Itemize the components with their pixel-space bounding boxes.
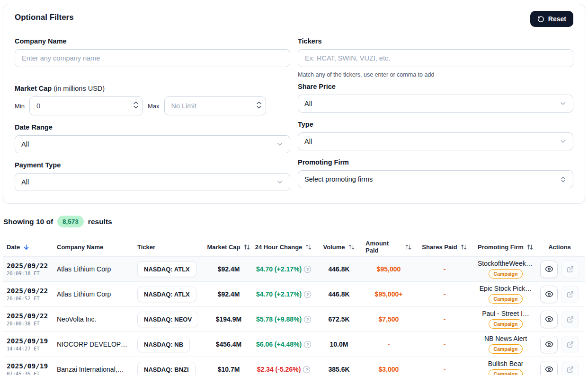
ticker-badge[interactable]: NASDAQ: ATLX bbox=[137, 287, 196, 302]
table-header-row: Date Company Name Ticker Market Cap 24 H… bbox=[3, 237, 585, 256]
col-header-24h-change[interactable]: 24 Hour Change bbox=[255, 244, 312, 251]
change-value: $4.70 (+2.17%) bbox=[256, 265, 302, 273]
date-range-select[interactable]: All bbox=[15, 135, 290, 153]
tickers-input[interactable] bbox=[298, 49, 573, 67]
promotion-type-badge: Campaign bbox=[489, 294, 523, 304]
company-name-input[interactable] bbox=[15, 49, 290, 67]
company-name-cell: Atlas Lithium Corp bbox=[53, 265, 133, 273]
amount-paid-cell: $3,000 bbox=[365, 366, 412, 373]
share-price-label: Share Price bbox=[298, 83, 573, 90]
col-header-volume[interactable]: Volume bbox=[312, 244, 365, 251]
filters-right-column: Tickers Match any of the tickers, use en… bbox=[298, 37, 573, 191]
date-cell: 2025/09/22 20:00:38 ET bbox=[3, 312, 53, 326]
rotate-ccw-icon bbox=[537, 16, 544, 23]
ticker-cell: NASDAQ: ATLX bbox=[133, 262, 203, 277]
shares-paid-cell: - bbox=[412, 340, 477, 348]
volume-cell: 446.8K bbox=[312, 265, 365, 273]
payment-type-select[interactable]: All bbox=[15, 173, 290, 191]
ticker-badge[interactable]: NASDAQ: NEOV bbox=[137, 312, 198, 327]
chevron-down-icon bbox=[559, 100, 567, 107]
col-header-date[interactable]: Date bbox=[3, 244, 53, 251]
chevron-down-icon bbox=[276, 140, 284, 148]
stepper-up-down-icon[interactable] bbox=[133, 101, 139, 111]
col-header-ticker: Ticker bbox=[133, 244, 203, 251]
col-header-amount-paid[interactable]: Amount Paid bbox=[365, 240, 412, 254]
view-details-button[interactable] bbox=[540, 311, 558, 328]
eye-icon bbox=[545, 315, 553, 323]
market-cap-cell: $194.9M bbox=[203, 315, 255, 323]
external-link-icon bbox=[567, 366, 574, 373]
market-cap-cell: $10.7M bbox=[203, 366, 255, 373]
promoting-firm-select[interactable]: Select promoting firms bbox=[298, 170, 573, 188]
help-circle-icon[interactable] bbox=[304, 266, 311, 273]
help-circle-icon[interactable] bbox=[303, 366, 310, 373]
external-link-icon bbox=[567, 266, 574, 273]
ticker-badge[interactable]: NASDAQ: ATLX bbox=[137, 262, 196, 277]
date-cell: 2025/09/22 20:09:18 ET bbox=[3, 262, 53, 276]
change-cell: $4.70 (+2.17%) bbox=[255, 290, 312, 298]
actions-cell bbox=[534, 286, 585, 303]
type-label: Type bbox=[298, 121, 573, 128]
market-cap-cell: $456.4M bbox=[203, 340, 255, 348]
change-value: $2.34 (-5.26%) bbox=[257, 366, 301, 373]
stepper-up-down-icon[interactable] bbox=[256, 101, 262, 111]
view-details-button[interactable] bbox=[540, 261, 558, 278]
filters-panel: Optional Filters Reset Company Name Mark… bbox=[3, 4, 585, 204]
external-link-button[interactable] bbox=[561, 286, 579, 303]
help-circle-icon[interactable] bbox=[304, 291, 311, 298]
col-header-promoting-firm[interactable]: Promoting Firm bbox=[477, 244, 534, 251]
ticker-badge[interactable]: NASDAQ: BNZI bbox=[137, 362, 196, 375]
results-prefix: Showing 10 of bbox=[3, 218, 53, 226]
sort-up-down-icon bbox=[460, 244, 467, 251]
chevron-down-icon bbox=[559, 138, 567, 145]
table-row: 2025/09/19 14:44:27 ET NIOCORP DEVELOP… … bbox=[3, 331, 585, 357]
view-details-button[interactable] bbox=[540, 336, 558, 353]
amount-paid-cell: - bbox=[365, 340, 412, 348]
volume-cell: 672.5K bbox=[312, 315, 365, 323]
external-link-button[interactable] bbox=[561, 261, 579, 278]
promotion-type-badge: Campaign bbox=[489, 269, 523, 279]
promoting-firm-cell: NB News Alert Campaign bbox=[477, 335, 534, 354]
promoting-firm-cell: StockoftheWeek.… Campaign bbox=[477, 260, 534, 279]
sort-up-down-icon bbox=[305, 244, 312, 251]
col-header-market-cap[interactable]: Market Cap bbox=[203, 244, 255, 251]
view-details-button[interactable] bbox=[540, 286, 558, 303]
change-value: $6.06 (+4.48%) bbox=[256, 340, 302, 348]
promotion-type-badge: Campaign bbox=[489, 369, 523, 375]
ticker-cell: NASDAQ: BNZI bbox=[133, 362, 203, 375]
firm-name: NB News Alert bbox=[484, 335, 527, 342]
amount-paid-cell: $7,500 bbox=[365, 315, 412, 323]
help-circle-icon[interactable] bbox=[304, 341, 311, 348]
share-price-select[interactable]: All bbox=[298, 95, 573, 113]
type-select[interactable]: All bbox=[298, 132, 573, 150]
volume-cell: 385.6K bbox=[312, 366, 365, 373]
reset-label: Reset bbox=[548, 15, 566, 23]
table-body: 2025/09/22 20:09:18 ET Atlas Lithium Cor… bbox=[3, 256, 585, 375]
ticker-badge[interactable]: NASDAQ: NB bbox=[137, 337, 190, 352]
ticker-cell: NASDAQ: NEOV bbox=[133, 312, 203, 327]
results-count-badge: 8,573 bbox=[57, 216, 84, 227]
col-header-actions: Actions bbox=[534, 244, 585, 251]
eye-icon bbox=[545, 365, 553, 374]
eye-icon bbox=[545, 340, 553, 349]
external-link-button[interactable] bbox=[561, 336, 579, 353]
actions-cell bbox=[534, 261, 585, 278]
external-link-button[interactable] bbox=[561, 311, 579, 328]
reset-button[interactable]: Reset bbox=[530, 11, 573, 27]
view-details-button[interactable] bbox=[540, 361, 558, 375]
shares-paid-cell: - bbox=[412, 290, 477, 298]
help-circle-icon[interactable] bbox=[304, 316, 311, 323]
time-value: 20:09:18 ET bbox=[7, 270, 53, 276]
promoting-firm-label: Promoting Firm bbox=[298, 158, 573, 166]
table-row: 2025/09/22 20:00:38 ET NeoVolta Inc. NAS… bbox=[3, 306, 585, 331]
tickers-label: Tickers bbox=[298, 37, 573, 45]
external-link-icon bbox=[567, 291, 574, 298]
external-link-button[interactable] bbox=[561, 361, 579, 375]
date-value: 2025/09/22 bbox=[7, 312, 53, 320]
col-header-shares-paid[interactable]: Shares Paid bbox=[412, 244, 477, 251]
time-value: 14:44:27 ET bbox=[7, 346, 53, 351]
ticker-cell: NASDAQ: NB bbox=[133, 337, 203, 352]
date-value: 2025/09/22 bbox=[7, 262, 53, 270]
market-cap-max-input[interactable] bbox=[164, 96, 266, 115]
market-cap-min-input[interactable] bbox=[29, 96, 143, 115]
